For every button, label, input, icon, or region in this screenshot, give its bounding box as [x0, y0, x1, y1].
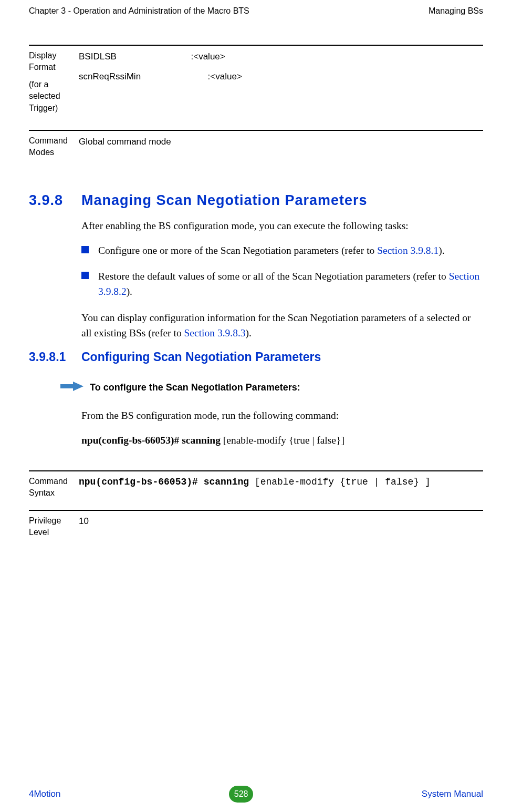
cs-label: Command Syntax [29, 476, 79, 499]
page-number-badge: 528 [229, 786, 253, 803]
cm-value: Global command mode [79, 135, 483, 149]
cm-label: Command Modes [29, 135, 79, 159]
section-3981-heading: 3.9.8.1 Configuring Scan Negotiation Par… [29, 350, 483, 364]
section-398-num: 3.9.8 [29, 192, 81, 209]
outro-pre: You can display configuration informatio… [81, 312, 471, 338]
pl-label: Privilege Level [29, 515, 79, 539]
outro-post: ). [246, 327, 252, 338]
section-398-outro: You can display configuration informatio… [81, 310, 483, 341]
pl-value: 10 [79, 516, 89, 526]
bullet-1-post: ). [438, 245, 444, 256]
running-footer: 4Motion 528 System Manual [0, 786, 512, 803]
header-right: Managing BSs [429, 6, 483, 16]
display-format-block: Display Format (for a selected Trigger) … [29, 45, 483, 174]
command-modes-right: Global command mode [79, 135, 483, 164]
square-bullet-icon [81, 246, 89, 253]
command-modes-left: Command Modes [29, 135, 79, 164]
cs-bold: npu(config-bs-66053)# scanning [79, 477, 255, 487]
privilege-level-row: Privilege Level 10 [29, 511, 483, 549]
proc-cmd-rest: [enable-modify {true | false}] [221, 435, 344, 446]
display-format-right: BSIDLSB :<value> scnReqRssiMin :<value> [79, 50, 483, 119]
running-header: Chapter 3 - Operation and Administration… [29, 0, 483, 16]
procedure-heading: To configure the Scan Negotiation Parame… [60, 380, 483, 395]
arrow-icon [60, 380, 83, 395]
section-398-heading: 3.9.8 Managing Scan Negotiation Paramete… [29, 192, 483, 209]
svg-marker-0 [60, 382, 83, 391]
section-398-intro: After enabling the BS configuration mode… [81, 218, 483, 233]
bullet-2: Restore the default values of some or al… [81, 269, 483, 300]
command-syntax-row: Command Syntax npu(config-bs-66053)# sca… [29, 471, 483, 510]
proc-cmd-bold: npu(config-bs-66053)# scanning [81, 435, 221, 446]
left-label-2: (for a selected Trigger) [29, 79, 79, 114]
link-3983[interactable]: Section 3.9.8.3 [184, 327, 246, 338]
df-line-2: scnReqRssiMin :<value> [79, 70, 483, 84]
bullet-1: Configure one or more of the Scan Negoti… [81, 243, 483, 258]
command-modes-row: Command Modes Global command mode [29, 131, 483, 174]
link-3981[interactable]: Section 3.9.8.1 [377, 245, 438, 256]
display-format-left: Display Format (for a selected Trigger) [29, 50, 79, 119]
section-398-title: Managing Scan Negotiation Parameters [81, 192, 368, 209]
display-format-row: Display Format (for a selected Trigger) … [29, 46, 483, 130]
page: Chapter 3 - Operation and Administration… [0, 0, 512, 812]
footer-left[interactable]: 4Motion [29, 789, 60, 799]
bullet-1-pre: Configure one or more of the Scan Negoti… [98, 245, 377, 256]
bullet-2-text: Restore the default values of some or al… [98, 269, 483, 300]
bullet-2-post: ). [127, 286, 132, 297]
df-line-1: BSIDLSB :<value> [79, 50, 483, 64]
proc-body-1: From the BS configuration mode, run the … [81, 408, 483, 423]
command-syntax-block: Command Syntax npu(config-bs-66053)# sca… [29, 470, 483, 549]
privilege-right: 10 [79, 515, 483, 539]
privilege-left: Privilege Level [29, 515, 79, 539]
command-syntax-left: Command Syntax [29, 476, 79, 499]
footer-right[interactable]: System Manual [422, 789, 483, 799]
section-3981-title: Configuring Scan Negotiation Parameters [81, 350, 321, 364]
proc-body-2: npu(config-bs-66053)# scanning [enable-m… [81, 433, 483, 448]
procedure-title: To configure the Scan Negotiation Parame… [90, 382, 300, 393]
section-398-body: After enabling the BS configuration mode… [81, 218, 483, 341]
cs-rest: [enable-modify {true | false} ] [255, 477, 431, 487]
bullet-1-text: Configure one or more of the Scan Negoti… [98, 243, 483, 258]
section-3981-num: 3.9.8.1 [29, 350, 81, 364]
procedure-body: From the BS configuration mode, run the … [81, 408, 483, 448]
square-bullet-icon [81, 272, 89, 279]
left-label-1: Display Format [29, 50, 79, 74]
command-syntax-right: npu(config-bs-66053)# scanning [enable-m… [79, 476, 483, 499]
bullet-2-pre: Restore the default values of some or al… [98, 271, 449, 282]
header-left: Chapter 3 - Operation and Administration… [29, 6, 249, 16]
